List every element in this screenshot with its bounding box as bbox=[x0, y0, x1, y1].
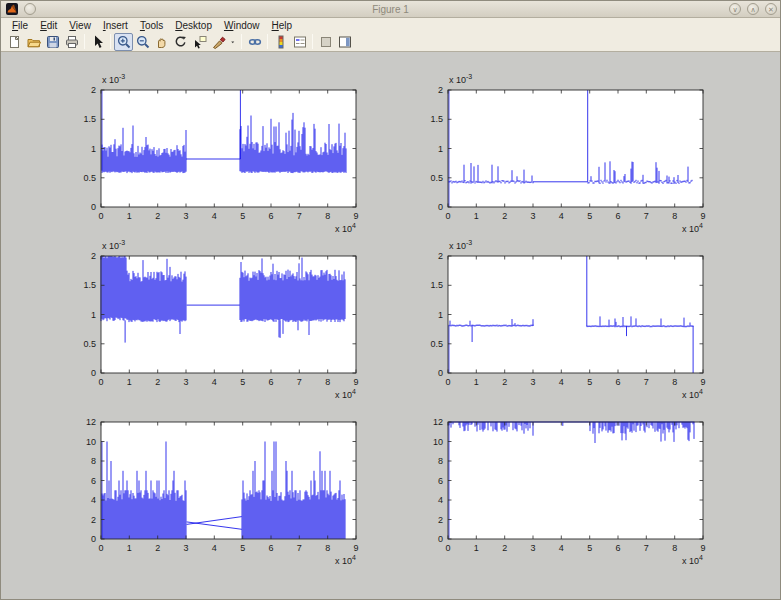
arrow-cursor-icon bbox=[90, 34, 106, 50]
menu-view[interactable]: View bbox=[63, 20, 97, 31]
x-tick-label: 6 bbox=[268, 543, 273, 553]
x-tick-label: 2 bbox=[155, 211, 160, 221]
x-tick-label: 3 bbox=[530, 543, 535, 553]
menu-desktop[interactable]: Desktop bbox=[169, 20, 218, 31]
x-tick-label: 2 bbox=[502, 211, 507, 221]
x-tick-label: 8 bbox=[325, 543, 330, 553]
x-tick-label: 6 bbox=[615, 543, 620, 553]
y-tick-label: 1.5 bbox=[430, 280, 443, 290]
dropdown-arrow-icon bbox=[229, 34, 237, 50]
subplot-bottom-right[interactable]: 0123456789024681012x 104 bbox=[403, 392, 728, 582]
y-tick-label: 0 bbox=[91, 368, 96, 378]
window-menu-button[interactable] bbox=[24, 3, 36, 15]
y-tick-label: 1 bbox=[91, 310, 96, 320]
menu-window[interactable]: Window bbox=[218, 20, 266, 31]
link-plot-button[interactable] bbox=[245, 33, 264, 51]
matlab-logo-icon bbox=[6, 3, 18, 15]
insert-legend-button[interactable] bbox=[290, 33, 309, 51]
x-tick-label: 0 bbox=[98, 377, 103, 387]
x-tick-label: 9 bbox=[353, 211, 358, 221]
x-tick-label: 0 bbox=[445, 543, 450, 553]
subplot-top-right[interactable]: 012345678900.511.52x 104x 10-3 bbox=[403, 60, 728, 250]
chain-link-icon bbox=[247, 34, 263, 50]
x-tick-label: 5 bbox=[240, 377, 245, 387]
zoom-out-button[interactable] bbox=[133, 33, 152, 51]
edit-plot-button[interactable] bbox=[88, 33, 107, 51]
x-tick-label: 7 bbox=[297, 543, 302, 553]
pan-button[interactable] bbox=[152, 33, 171, 51]
x-tick-label: 7 bbox=[644, 211, 649, 221]
save-figure-button[interactable] bbox=[43, 33, 62, 51]
subplot-middle-left[interactable]: 012345678900.511.52x 104x 10-3 bbox=[56, 226, 381, 416]
titlebar[interactable]: Figure 1 ∨∧✕ bbox=[1, 1, 780, 18]
insert-colorbar-button[interactable] bbox=[271, 33, 290, 51]
data-cursor-button[interactable] bbox=[190, 33, 209, 51]
y-tick-label: 6 bbox=[438, 476, 443, 486]
y-tick-label: 1 bbox=[438, 144, 443, 154]
print-figure-button[interactable] bbox=[62, 33, 81, 51]
x-tick-label: 8 bbox=[672, 377, 677, 387]
y-tick-label: 10 bbox=[86, 437, 96, 447]
y-tick-label: 1 bbox=[438, 310, 443, 320]
axes-background bbox=[101, 90, 356, 207]
y-tick-label: 1.5 bbox=[430, 114, 443, 124]
menu-tools[interactable]: Tools bbox=[134, 20, 169, 31]
subplot-middle-right[interactable]: 012345678900.511.52x 104x 10-3 bbox=[403, 226, 728, 416]
rotate-icon bbox=[173, 34, 189, 50]
y-tick-label: 12 bbox=[86, 417, 96, 427]
x-tick-label: 4 bbox=[559, 377, 564, 387]
y-axis-exponent: x 10-3 bbox=[449, 239, 472, 251]
subplot-bottom-left[interactable]: 0123456789024681012x 104 bbox=[56, 392, 381, 582]
x-tick-label: 1 bbox=[474, 543, 479, 553]
x-tick-label: 8 bbox=[325, 377, 330, 387]
x-tick-label: 5 bbox=[587, 377, 592, 387]
maximize-button[interactable]: ∧ bbox=[747, 3, 759, 15]
x-tick-label: 8 bbox=[325, 211, 330, 221]
data-cursor-icon bbox=[192, 34, 208, 50]
y-tick-label: 8 bbox=[91, 456, 96, 466]
x-tick-label: 3 bbox=[530, 211, 535, 221]
zoom-out-icon bbox=[135, 34, 151, 50]
y-tick-label: 6 bbox=[91, 476, 96, 486]
axes-background bbox=[448, 256, 703, 373]
x-tick-label: 5 bbox=[587, 211, 592, 221]
x-tick-label: 0 bbox=[445, 211, 450, 221]
zoom-in-button[interactable] bbox=[114, 33, 133, 51]
x-tick-label: 0 bbox=[98, 211, 103, 221]
x-tick-label: 9 bbox=[700, 211, 705, 221]
open-folder-icon bbox=[26, 34, 42, 50]
menu-edit[interactable]: Edit bbox=[34, 20, 63, 31]
menubar: FileEditViewInsertToolsDesktopWindowHelp bbox=[1, 18, 780, 32]
y-tick-label: 10 bbox=[433, 437, 443, 447]
x-tick-label: 5 bbox=[240, 211, 245, 221]
y-axis-exponent: x 10-3 bbox=[449, 73, 472, 85]
x-tick-label: 6 bbox=[268, 377, 273, 387]
new-figure-button[interactable] bbox=[5, 33, 24, 51]
x-tick-label: 3 bbox=[183, 211, 188, 221]
menu-help[interactable]: Help bbox=[266, 20, 299, 31]
y-axis-exponent: x 10-3 bbox=[102, 73, 125, 85]
menu-file[interactable]: File bbox=[6, 20, 34, 31]
open-file-button[interactable] bbox=[24, 33, 43, 51]
hide-plot-tools-button[interactable] bbox=[316, 33, 335, 51]
y-tick-label: 1.5 bbox=[83, 114, 96, 124]
menu-insert[interactable]: Insert bbox=[97, 20, 134, 31]
close-button[interactable]: ✕ bbox=[765, 3, 777, 15]
y-tick-label: 2 bbox=[438, 85, 443, 95]
x-tick-label: 2 bbox=[155, 543, 160, 553]
subplot-top-left[interactable]: 012345678900.511.52x 104x 10-3 bbox=[56, 60, 381, 250]
brush-dropdown-button[interactable] bbox=[228, 33, 238, 51]
rotate-3d-button[interactable] bbox=[171, 33, 190, 51]
window-controls: ∨∧✕ bbox=[726, 3, 777, 15]
brush-data-button[interactable] bbox=[209, 33, 228, 51]
y-tick-label: 0 bbox=[438, 534, 443, 544]
y-tick-label: 4 bbox=[91, 495, 96, 505]
minimize-button[interactable]: ∨ bbox=[729, 3, 741, 15]
x-tick-label: 7 bbox=[297, 377, 302, 387]
x-tick-label: 1 bbox=[127, 543, 132, 553]
new-document-icon bbox=[7, 34, 23, 50]
x-tick-label: 4 bbox=[212, 211, 217, 221]
show-plot-tools-button[interactable] bbox=[335, 33, 354, 51]
y-tick-label: 2 bbox=[91, 251, 96, 261]
x-tick-label: 4 bbox=[212, 377, 217, 387]
